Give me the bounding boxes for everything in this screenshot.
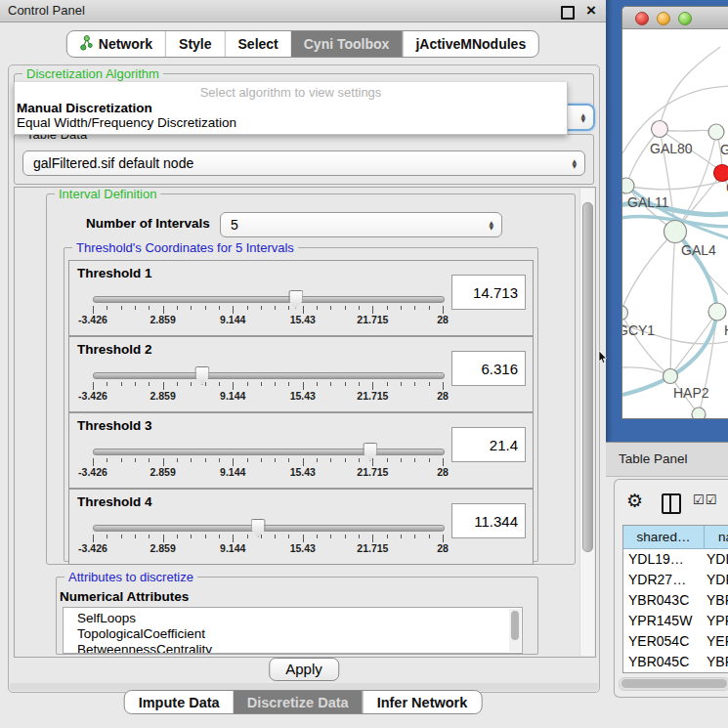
tick	[275, 535, 276, 538]
scale-label: 21.715	[357, 314, 388, 325]
node-red	[714, 165, 728, 182]
table-cell[interactable]: YBR043C	[623, 590, 704, 611]
scale-label: 15.43	[290, 466, 316, 478]
list-scrollbar[interactable]	[509, 609, 521, 652]
dropdown-prompt-item[interactable]: Select algorithm to view settings	[15, 85, 567, 100]
tab-discretize-data[interactable]: Discretize Data	[234, 691, 363, 713]
threshold-2-value-field[interactable]: 6.316	[451, 351, 526, 386]
threshold-label: Threshold 3	[77, 418, 152, 433]
tick	[372, 306, 373, 314]
node-label: GAL11	[627, 194, 669, 210]
node-gal80	[652, 121, 668, 138]
threshold-1-slider[interactable]	[93, 296, 445, 303]
scrollbar-thumb[interactable]	[582, 202, 593, 552]
tick	[345, 306, 346, 310]
table-row[interactable]: YPR145WYPR1	[623, 611, 728, 631]
scale-label: 28	[437, 542, 449, 554]
threshold-1-value-field[interactable]: 14.713	[451, 275, 526, 310]
split-columns-icon[interactable]	[662, 493, 681, 514]
table-cell[interactable]: YDL19…	[623, 549, 704, 570]
tick	[219, 458, 220, 462]
table-horizontal-scrollbar[interactable]	[619, 677, 728, 691]
table-cell[interactable]: YER054C	[623, 631, 704, 652]
close-traffic-light[interactable]	[635, 12, 649, 25]
scale-label: -3.426	[78, 390, 107, 402]
threshold-4-slider[interactable]	[93, 525, 445, 532]
table-row[interactable]: YBL079WYBL0	[623, 672, 728, 673]
table-cell[interactable]: YBR045C	[623, 652, 704, 672]
zoom-traffic-light[interactable]	[678, 12, 692, 25]
close-icon[interactable]: ×	[586, 0, 596, 21]
tick	[303, 458, 304, 466]
table-cell[interactable]: YBL0	[704, 672, 728, 673]
network-window-titlebar	[622, 7, 728, 29]
tick	[191, 306, 192, 310]
list-item[interactable]: BetweennessCentrality	[77, 642, 522, 654]
tick	[163, 458, 164, 466]
table-cell[interactable]: YDL1	[704, 549, 728, 570]
tab-jactivemnodules[interactable]: jActiveMNodules	[402, 31, 538, 57]
table-data-combobox[interactable]: galFiltered.sif default node ▲▼	[22, 150, 585, 176]
tab-style[interactable]: Style	[165, 31, 224, 57]
minimize-traffic-light[interactable]	[657, 12, 670, 25]
select-columns-checkboxes-icon[interactable]: ☑☑	[693, 492, 717, 507]
tick	[177, 306, 178, 310]
scrollbar-thumb[interactable]	[511, 611, 519, 640]
tab-network[interactable]: Network	[67, 31, 165, 57]
dropdown-option-manual[interactable]: Manual Discretization	[15, 101, 567, 115]
threshold-label: Threshold 1	[77, 266, 152, 280]
tick	[261, 382, 262, 386]
threshold-4-value-field[interactable]: 11.344	[451, 503, 526, 538]
column-header-name[interactable]: na	[705, 526, 728, 549]
table-cell[interactable]: YDR27…	[623, 570, 704, 590]
tab-cyni-toolbox[interactable]: Cyni Toolbox	[291, 31, 403, 57]
table-data-fieldset: Table Data galFiltered.sif default node …	[14, 134, 594, 185]
tick	[288, 306, 289, 310]
scrollbar-thumb[interactable]	[621, 679, 727, 688]
settings-scrollbar[interactable]	[579, 189, 594, 656]
tick	[303, 382, 304, 390]
table-row[interactable]: YBR043CYBR0	[623, 590, 728, 611]
apply-button[interactable]: Apply	[269, 658, 339, 681]
network-canvas[interactable]: GAL80 GA C GAL11 GAL4 GCY1 H HAP2	[622, 29, 728, 418]
tab-select[interactable]: Select	[225, 31, 291, 57]
table-cell[interactable]: YBL079W	[623, 672, 704, 673]
num-intervals-combobox[interactable]: 5 ▲▼	[220, 212, 502, 237]
table-row[interactable]: YDR27…YDR2	[623, 570, 728, 590]
numerical-attributes-list[interactable]: SelfLoopsTopologicalCoefficientBetweenne…	[63, 607, 523, 654]
tick	[372, 535, 373, 542]
column-header-shared-name[interactable]: shared…	[623, 526, 705, 549]
node-label: GAL80	[650, 141, 693, 156]
table-row[interactable]: YBR045CYBR0	[623, 652, 728, 672]
table-cell[interactable]: YER0	[704, 631, 728, 652]
table-panel-toolbar: ⚙ ☑☑	[615, 480, 728, 525]
node-table[interactable]: shared… na YDL19…YDL1YDR27…YDR2YBR043CYB…	[622, 525, 728, 673]
table-cell[interactable]: YBR0	[704, 652, 728, 672]
table-row[interactable]: YER054CYER0	[623, 631, 728, 652]
dropdown-option-equal-width[interactable]: Equal Width/Frequency Discretization	[15, 115, 567, 130]
threshold-3-value-field[interactable]: 21.4	[451, 427, 526, 462]
table-data-value: galFiltered.sif default node	[33, 151, 193, 175]
list-item[interactable]: TopologicalCoefficient	[77, 626, 522, 642]
table-row[interactable]: YDL19…YDL1	[623, 549, 728, 570]
tick	[93, 535, 94, 542]
list-item[interactable]: SelfLoops	[77, 611, 522, 626]
control-panel-tabs: Network Style Select Cyni Toolbox jActiv…	[66, 30, 539, 58]
table-cell[interactable]: YPR145W	[623, 611, 704, 631]
threshold-3-slider[interactable]	[93, 449, 445, 455]
threshold-2-slider[interactable]	[93, 372, 445, 379]
table-cell[interactable]: YPR1	[704, 611, 728, 631]
slider-scale-labels: -3.4262.8599.14415.4321.71528	[93, 542, 443, 554]
node-hap2	[664, 369, 678, 384]
float-window-icon[interactable]	[561, 6, 575, 20]
tick	[359, 458, 360, 462]
threshold-label: Threshold 2	[77, 342, 152, 357]
gear-icon[interactable]: ⚙	[626, 490, 643, 511]
threshold-2-box: Threshold 2 -3.4262.8599.14415.4321.7152…	[68, 336, 534, 412]
thresholds-fieldset: Threshold's Coordinates for 5 Intervals …	[64, 247, 538, 562]
table-cell[interactable]: YBR0	[704, 590, 728, 611]
tab-infer-network[interactable]: Infer Network	[363, 691, 482, 713]
tab-impute-data[interactable]: Impute Data	[125, 691, 234, 713]
tick	[372, 382, 373, 390]
table-cell[interactable]: YDR2	[704, 570, 728, 590]
